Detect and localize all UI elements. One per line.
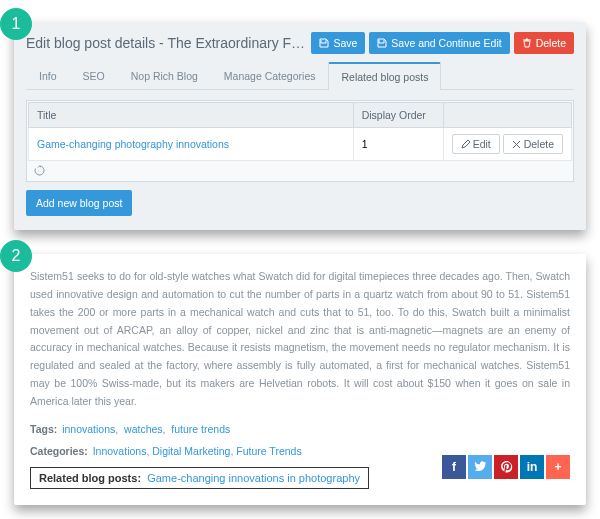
- tab-manage-categories[interactable]: Manage Categories: [211, 62, 329, 90]
- col-actions: [443, 103, 571, 128]
- blog-preview-panel: Sistem51 seeks to do for old-style watch…: [14, 254, 586, 505]
- more-share-icon[interactable]: +: [546, 455, 570, 479]
- row-order: 1: [353, 128, 443, 161]
- row-edit-label: Edit: [473, 138, 491, 150]
- add-blog-post-button[interactable]: Add new blog post: [26, 190, 132, 216]
- save-button-label: Save: [333, 37, 357, 49]
- tab-nop-rich-blog[interactable]: Nop Rich Blog: [118, 62, 211, 90]
- pencil-icon: [461, 140, 470, 149]
- row-title-link[interactable]: Game-changing photography innovations: [37, 138, 229, 150]
- related-label: Related blog posts:: [39, 472, 141, 484]
- tag-link[interactable]: future trends: [171, 423, 230, 435]
- edit-blog-panel: Edit blog post details - The Extraordina…: [14, 22, 586, 230]
- col-title[interactable]: Title: [29, 103, 354, 128]
- row-edit-button[interactable]: Edit: [452, 134, 500, 154]
- refresh-icon[interactable]: [34, 165, 566, 176]
- tag-link[interactable]: watches: [124, 423, 163, 435]
- social-share: f in +: [442, 455, 570, 479]
- categories-row: Categories: Innovations, Digital Marketi…: [30, 445, 369, 457]
- tags-label: Tags:: [30, 423, 57, 435]
- tab-related-posts[interactable]: Related blog posts: [328, 62, 441, 90]
- save-button[interactable]: Save: [311, 32, 365, 54]
- tab-bar: Info SEO Nop Rich Blog Manage Categories…: [26, 62, 574, 90]
- step-badge-2: 2: [0, 240, 32, 272]
- related-post-link[interactable]: Game-changing innovations in photography: [147, 472, 360, 484]
- tab-seo[interactable]: SEO: [70, 62, 118, 90]
- row-delete-button[interactable]: Delete: [503, 134, 563, 154]
- pinterest-icon[interactable]: [494, 455, 518, 479]
- step-badge-1: 1: [0, 8, 32, 40]
- category-link[interactable]: Innovations: [93, 445, 147, 457]
- save-icon: [319, 38, 329, 48]
- tag-link[interactable]: innovations: [62, 423, 115, 435]
- col-order[interactable]: Display Order: [353, 103, 443, 128]
- tags-row: Tags: innovations, watches, future trend…: [30, 423, 570, 435]
- category-link[interactable]: Future Trends: [236, 445, 301, 457]
- save-continue-label: Save and Continue Edit: [391, 37, 501, 49]
- related-posts-box: Related blog posts: Game-changing innova…: [30, 467, 369, 489]
- close-icon: [512, 140, 521, 149]
- save-icon: [377, 38, 387, 48]
- related-posts-table: Title Display Order Game-changing photog…: [26, 100, 574, 182]
- delete-button[interactable]: Delete: [514, 32, 574, 54]
- tab-info[interactable]: Info: [26, 62, 70, 90]
- page-title: Edit blog post details - The Extraordina…: [26, 35, 311, 51]
- delete-button-label: Delete: [536, 37, 566, 49]
- row-delete-label: Delete: [524, 138, 554, 150]
- post-body: Sistem51 seeks to do for old-style watch…: [30, 268, 570, 411]
- category-link[interactable]: Digital Marketing: [152, 445, 230, 457]
- save-continue-button[interactable]: Save and Continue Edit: [369, 32, 509, 54]
- twitter-icon[interactable]: [468, 455, 492, 479]
- categories-label: Categories:: [30, 445, 88, 457]
- facebook-icon[interactable]: f: [442, 455, 466, 479]
- linkedin-icon[interactable]: in: [520, 455, 544, 479]
- trash-icon: [522, 38, 532, 48]
- table-row: Game-changing photography innovations 1 …: [29, 128, 572, 161]
